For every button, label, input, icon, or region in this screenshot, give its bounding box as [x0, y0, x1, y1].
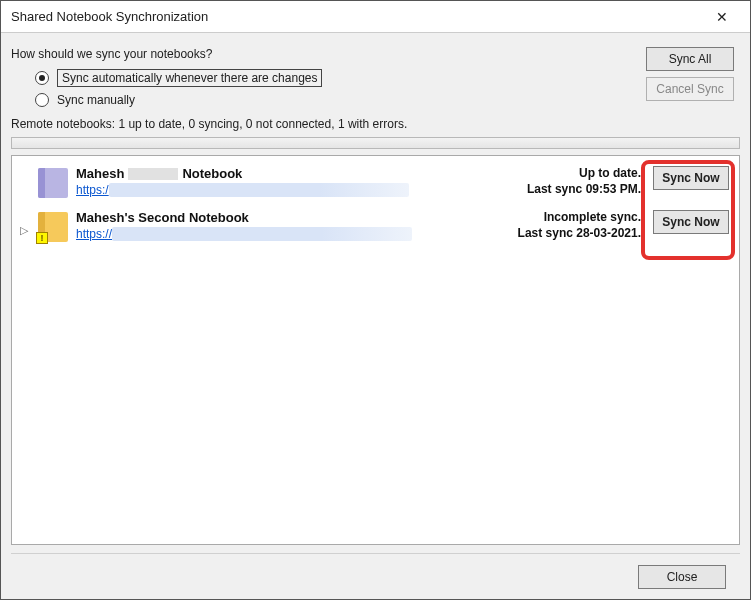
notebook-last-sync: Last sync 09:53 PM.	[515, 182, 641, 196]
close-button[interactable]: Close	[638, 565, 726, 589]
notebook-name-prefix: Mahesh	[76, 166, 124, 181]
expander-icon[interactable]: ▷	[18, 210, 30, 237]
close-icon[interactable]: ✕	[702, 1, 742, 32]
top-buttons: Sync All Cancel Sync	[646, 47, 734, 101]
notebook-url-link[interactable]: https:/	[76, 183, 109, 197]
radio-manual-button[interactable]	[35, 93, 49, 107]
radio-manual-label: Sync manually	[57, 93, 135, 107]
radio-manual-row[interactable]: Sync manually	[35, 93, 634, 107]
top-row: How should we sync your notebooks? Sync …	[11, 41, 740, 113]
notebook-last-sync: Last sync 28-03-2021.	[515, 226, 641, 240]
notebook-name-full: Mahesh's Second Notebook	[76, 210, 249, 225]
radio-auto-row[interactable]: Sync automatically whenever there are ch…	[35, 69, 634, 87]
sync-now-button[interactable]: Sync Now	[653, 166, 729, 190]
notebook-list-panel: Mahesh Notebook https:/ Up to date. Last…	[11, 155, 740, 545]
expander-placeholder	[18, 166, 30, 180]
notebook-status: Incomplete sync. Last sync 28-03-2021.	[515, 210, 645, 240]
notebook-row: ▷ ! Mahesh's Second Notebook https://	[18, 206, 729, 250]
radio-auto-label: Sync automatically whenever there are ch…	[57, 69, 322, 87]
titlebar: Shared Notebook Synchronization ✕	[1, 1, 750, 33]
sync-now-button[interactable]: Sync Now	[653, 210, 729, 234]
window-title: Shared Notebook Synchronization	[11, 9, 702, 24]
notebook-name: Mahesh Notebook	[76, 166, 507, 181]
notebook-row: Mahesh Notebook https:/ Up to date. Last…	[18, 162, 729, 206]
notebook-url-link[interactable]: https://	[76, 227, 112, 241]
radio-auto-button[interactable]	[35, 71, 49, 85]
notebook-name-suffix: Notebook	[182, 166, 242, 181]
dialog-body: How should we sync your notebooks? Sync …	[1, 33, 750, 599]
sync-question: How should we sync your notebooks?	[11, 47, 634, 61]
redacted-text	[128, 168, 178, 180]
notebook-info: Mahesh Notebook https:/	[76, 166, 507, 197]
notebook-link-row: https:/	[76, 183, 507, 197]
notebook-info: Mahesh's Second Notebook https://	[76, 210, 507, 241]
sync-settings: How should we sync your notebooks? Sync …	[11, 41, 634, 113]
redacted-url	[109, 183, 409, 197]
sync-all-button[interactable]: Sync All	[646, 47, 734, 71]
redacted-url	[112, 227, 412, 241]
notebook-icon: !	[38, 212, 68, 242]
notebook-status-text: Incomplete sync.	[515, 210, 641, 224]
notebook-icon	[38, 168, 68, 198]
cancel-sync-button: Cancel Sync	[646, 77, 734, 101]
notebook-name: Mahesh's Second Notebook	[76, 210, 507, 225]
remote-status-line: Remote notebooks: 1 up to date, 0 syncin…	[11, 117, 740, 131]
notebook-link-row: https://	[76, 227, 507, 241]
separator-bar	[11, 137, 740, 149]
dialog-window: Shared Notebook Synchronization ✕ How sh…	[0, 0, 751, 600]
notebook-status-text: Up to date.	[515, 166, 641, 180]
notebook-status: Up to date. Last sync 09:53 PM.	[515, 166, 645, 196]
dialog-footer: Close	[11, 553, 740, 599]
warning-icon: !	[36, 232, 48, 244]
